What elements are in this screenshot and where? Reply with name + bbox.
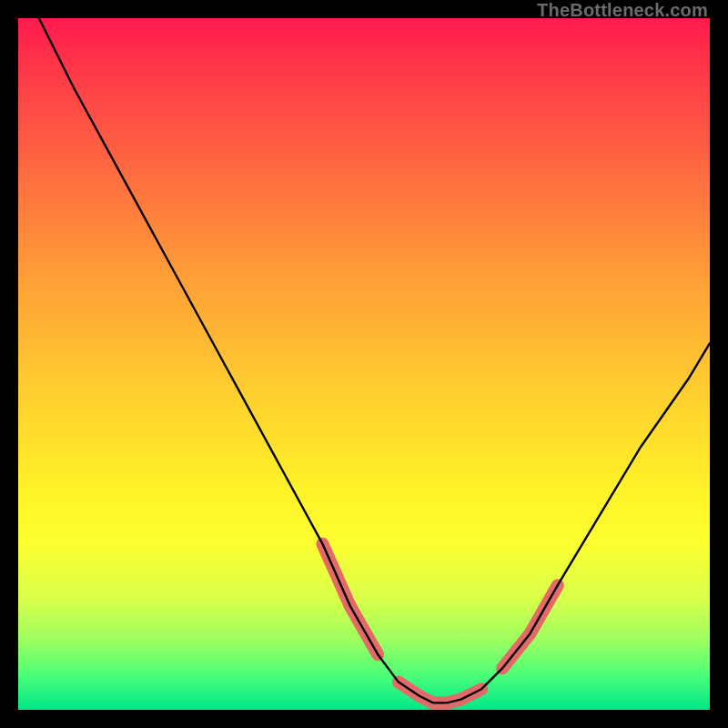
bottleneck-curve [39, 18, 710, 703]
plot-area [18, 18, 710, 710]
outer-frame: TheBottleneck.com [0, 0, 728, 728]
curve-svg [18, 18, 710, 710]
watermark-text: TheBottleneck.com [537, 0, 708, 21]
highlight-layer [322, 544, 557, 703]
